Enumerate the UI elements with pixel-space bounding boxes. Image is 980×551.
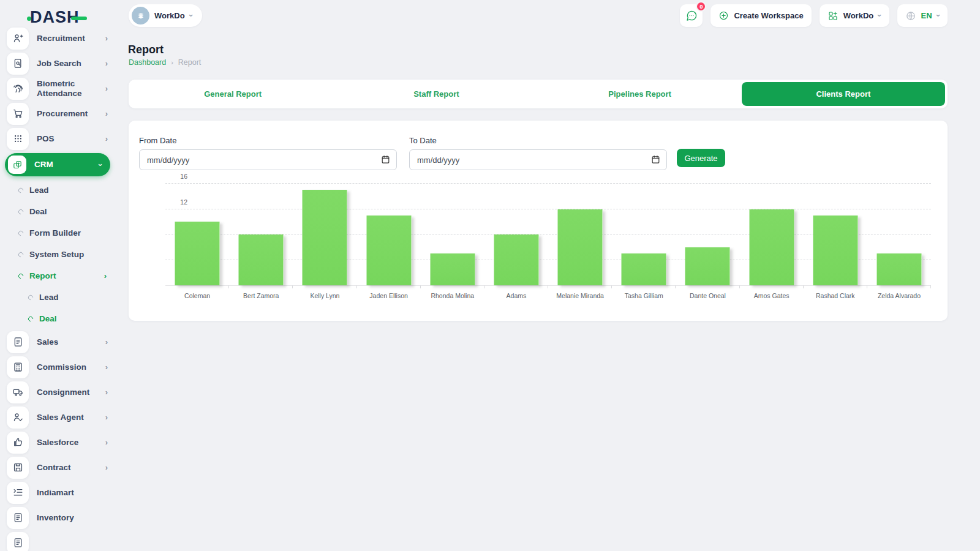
file-icon-box bbox=[7, 507, 29, 529]
header-actions: 0 Create Workspace WorkDo › EN › bbox=[680, 4, 948, 27]
sidebar-subitem-lead[interactable]: Lead bbox=[0, 287, 115, 308]
workspace-menu-button[interactable]: WorkDo › bbox=[820, 4, 889, 27]
cart-icon-box bbox=[7, 103, 29, 125]
workspace-avatar bbox=[132, 7, 149, 24]
x-axis-label: Amos Gates bbox=[754, 292, 790, 299]
tab-clients-report[interactable]: Clients Report bbox=[742, 82, 945, 106]
fingerprint-icon-box bbox=[7, 78, 29, 100]
chevron-right-icon: › bbox=[104, 271, 107, 280]
x-axis-label: Melanie Miranda bbox=[556, 292, 604, 299]
sidebar-item-label: Inventory bbox=[37, 513, 108, 523]
sidebar-subitem-form-builder[interactable]: Form Builder bbox=[0, 222, 115, 244]
chevron-right-icon: › bbox=[105, 438, 108, 447]
calculator-icon-box bbox=[7, 356, 29, 378]
breadcrumb-dashboard-link[interactable]: Dashboard bbox=[129, 58, 166, 67]
app-logo[interactable]: DASH bbox=[27, 8, 87, 27]
bullet-icon bbox=[17, 251, 24, 258]
from-date-label: From Date bbox=[139, 136, 176, 145]
person-check-icon bbox=[12, 411, 24, 423]
chat-bubble-icon bbox=[685, 10, 698, 22]
tab-staff-report[interactable]: Staff Report bbox=[334, 82, 538, 106]
sidebar-item-label: Sales Agent bbox=[37, 413, 105, 422]
current-workspace-pill[interactable]: WorkDo › bbox=[129, 4, 202, 27]
x-axis-label: Zelda Alvarado bbox=[878, 292, 921, 299]
sidebar-subitem-lead[interactable]: Lead bbox=[0, 179, 115, 201]
person-plus-icon bbox=[12, 32, 24, 44]
sidebar-subitem-system-setup[interactable]: System Setup bbox=[0, 244, 115, 265]
sidebar-item-recruitment[interactable]: Recruitment› bbox=[0, 26, 115, 51]
messenger-button[interactable]: 0 bbox=[680, 4, 703, 27]
sidebar-subitem-label: System Setup bbox=[29, 250, 115, 259]
sidebar-item-label: Commission bbox=[37, 362, 105, 372]
sidebar-subitem-deal[interactable]: Deal bbox=[0, 201, 115, 222]
to-date-input[interactable] bbox=[409, 149, 667, 170]
chevron-right-icon: › bbox=[105, 84, 108, 93]
person-check-icon-box bbox=[7, 407, 29, 429]
report-panel: From Date To Date Generate 0481216Colema… bbox=[129, 121, 948, 321]
chevron-right-icon: › bbox=[105, 337, 108, 347]
generate-button[interactable]: Generate bbox=[677, 149, 725, 167]
calculator-icon bbox=[12, 361, 24, 373]
chart-category-kelly-lynn: Kelly Lynn bbox=[293, 184, 356, 285]
calendar-icon[interactable] bbox=[650, 154, 661, 165]
overlap-squares-icon-box bbox=[8, 156, 26, 174]
chevron-right-icon: › bbox=[105, 362, 108, 372]
sidebar-item-label: Biometric Attendance bbox=[37, 79, 105, 98]
from-date-input[interactable] bbox=[139, 149, 397, 170]
sidebar-item-sales[interactable]: Sales› bbox=[0, 329, 115, 354]
sidebar-item-salesforce[interactable]: Salesforce› bbox=[0, 430, 115, 455]
x-axis-label: Rhonda Molina bbox=[431, 292, 474, 299]
save-icon-box bbox=[7, 457, 29, 479]
logo-dash bbox=[71, 17, 87, 20]
file-icon bbox=[12, 336, 24, 348]
thumbs-up-icon-box bbox=[7, 432, 29, 454]
truck-icon-box bbox=[7, 381, 29, 403]
sidebar-item-inventory[interactable]: Inventory bbox=[0, 505, 115, 530]
bar-amos-gates bbox=[749, 209, 794, 286]
calendar-icon[interactable] bbox=[380, 154, 391, 165]
bullet-icon bbox=[17, 230, 24, 236]
sidebar-item-procurement[interactable]: Procurement› bbox=[0, 101, 115, 126]
sidebar-item-pos[interactable]: POS› bbox=[0, 126, 115, 151]
bar-rhonda-molina bbox=[430, 253, 475, 285]
sidebar-item-commission[interactable]: Commission› bbox=[0, 354, 115, 380]
tab-pipelines-report[interactable]: Pipelines Report bbox=[538, 82, 742, 106]
file-icon bbox=[12, 537, 24, 549]
sidebar-subitem-report[interactable]: Report› bbox=[0, 265, 115, 287]
sidebar-item-biometric-attendance[interactable]: Biometric Attendance› bbox=[0, 76, 115, 101]
create-workspace-button[interactable]: Create Workspace bbox=[710, 4, 811, 27]
x-axis-label: Tasha Gilliam bbox=[625, 292, 663, 299]
tab-general-report[interactable]: General Report bbox=[131, 82, 334, 106]
grid-dots-icon bbox=[12, 133, 24, 144]
notification-badge: 0 bbox=[696, 1, 706, 12]
chart-category-tasha-gilliam: Tasha Gilliam bbox=[612, 184, 676, 285]
page-title: Report bbox=[128, 43, 164, 56]
bullet-icon bbox=[27, 294, 34, 301]
x-axis-label: Rashad Clark bbox=[816, 292, 855, 299]
grid-plus-icon bbox=[827, 10, 839, 21]
language-selector[interactable]: EN › bbox=[897, 4, 948, 27]
sidebar-subitem-deal[interactable]: Deal bbox=[0, 308, 115, 329]
bar-rashad-clark bbox=[813, 216, 858, 285]
chart-category-adams: Adams bbox=[484, 184, 548, 285]
sidebar-item-sales-agent[interactable]: Sales Agent› bbox=[0, 405, 115, 430]
chevron-right-icon: › bbox=[96, 163, 105, 166]
sidebar-item-contract[interactable]: Contract› bbox=[0, 455, 115, 480]
sidebar-item-indiamart[interactable]: Indiamart bbox=[0, 480, 115, 505]
sidebar-item-item[interactable] bbox=[0, 530, 115, 551]
chart-plot: 0481216ColemanBert ZamoraKelly LynnJaden… bbox=[165, 184, 931, 286]
sidebar-item-job-search[interactable]: Job Search› bbox=[0, 51, 115, 76]
sidebar-item-crm[interactable]: CRM› bbox=[5, 153, 110, 176]
sidebar-item-label: POS bbox=[37, 134, 105, 144]
chart-category-zelda-alvarado: Zelda Alvarado bbox=[867, 184, 931, 285]
bullet-icon bbox=[17, 187, 24, 193]
bar-zelda-alvarado bbox=[876, 253, 921, 285]
cart-icon bbox=[12, 108, 24, 119]
save-icon bbox=[12, 462, 24, 473]
file-icon-box bbox=[7, 331, 29, 353]
x-axis-label: Coleman bbox=[184, 292, 210, 299]
chart-category-amos-gates: Amos Gates bbox=[740, 184, 804, 285]
sidebar-item-consignment[interactable]: Consignment› bbox=[0, 380, 115, 405]
x-axis-label: Kelly Lynn bbox=[310, 292, 339, 299]
x-axis-label: Adams bbox=[507, 292, 527, 299]
